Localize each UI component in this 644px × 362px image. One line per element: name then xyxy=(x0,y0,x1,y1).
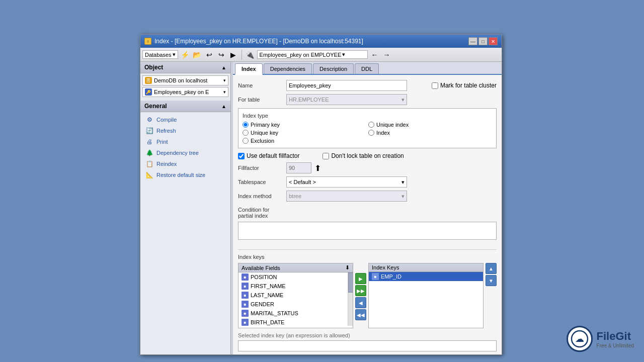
radio-exclusion-label: Exclusion xyxy=(251,138,274,144)
fillfactor-input[interactable] xyxy=(286,162,311,173)
dont-lock-checkbox[interactable] xyxy=(323,153,329,159)
print-label: Print xyxy=(156,139,168,145)
available-fields-scrollbar[interactable] xyxy=(348,273,353,326)
remove-all-button[interactable]: ◀◀ xyxy=(355,309,366,320)
index-type-section: Index type Primary key Unique index xyxy=(238,108,497,148)
tab-dependencies[interactable]: Dependencies xyxy=(264,63,312,74)
tab-description[interactable]: Description xyxy=(313,63,354,74)
field-position-icon: ■ xyxy=(242,274,249,281)
name-row: Name Mark for table cluster xyxy=(238,80,497,91)
field-birth-date[interactable]: ■ BIRTH_DATE xyxy=(238,318,348,326)
index-key-emp-id[interactable]: ■ EMP_ID xyxy=(369,272,483,281)
field-gender[interactable]: ■ GENDER xyxy=(238,300,348,309)
toolbar-redo-icon[interactable]: ↪ xyxy=(216,50,226,60)
toolbar-forward-icon[interactable]: → xyxy=(382,50,392,60)
toolbar-back-icon[interactable]: ← xyxy=(370,50,380,60)
field-list-inner: ■ POSITION ■ FIRST_NAME ■ xyxy=(238,273,348,326)
restore-default-label: Restore default size xyxy=(156,172,205,178)
restore-default-item[interactable]: 📐 Restore default size xyxy=(142,169,228,180)
refresh-label: Refresh xyxy=(156,128,176,134)
field-gender-label: GENDER xyxy=(251,301,274,307)
maximize-button[interactable]: □ xyxy=(478,37,488,45)
fillfactor-label: Fillfactor xyxy=(238,165,283,171)
available-fields-scroll-thumb[interactable] xyxy=(348,273,353,293)
field-marital-status[interactable]: ■ MARITAL_STATUS xyxy=(238,309,348,318)
name-input[interactable] xyxy=(286,80,407,91)
window-icon: I xyxy=(144,38,151,45)
reindex-item[interactable]: 📋 Reindex xyxy=(142,158,228,169)
index-keys-panel: Index Keys ■ EMP_ID xyxy=(368,263,484,328)
filegit-logo: ☁ FileGit Free & Unlimited xyxy=(567,326,634,352)
mark-cluster-checkbox[interactable] xyxy=(432,82,438,89)
condition-input[interactable] xyxy=(238,222,497,240)
field-gender-icon: ■ xyxy=(242,301,249,308)
print-icon: 🖨 xyxy=(145,138,153,146)
field-position-label: POSITION xyxy=(251,274,277,280)
index-method-select[interactable]: btree ▾ xyxy=(286,191,407,202)
tab-ddl[interactable]: DDL xyxy=(355,63,379,74)
radio-index-label: Index xyxy=(376,130,390,136)
field-marital-status-icon: ■ xyxy=(242,310,249,317)
index-keys-layout: Available Fields ⬇ ■ POSITION xyxy=(238,263,497,328)
field-last-name[interactable]: ■ LAST_NAME xyxy=(238,291,348,300)
index-method-label: Index method xyxy=(238,193,283,199)
for-table-label: For table xyxy=(238,97,283,103)
databases-dropdown[interactable]: Databases ▾ xyxy=(142,50,178,59)
db-object-item[interactable]: 🗄 DemoDB on localhost ▾ xyxy=(142,75,228,85)
radio-exclusion-input[interactable] xyxy=(243,138,249,144)
idx-object-item[interactable]: 🔑 Employees_pkey on E ▾ xyxy=(142,87,228,97)
fillfactor-spinner-icon[interactable]: ⬆ xyxy=(314,163,321,173)
index-method-value: btree xyxy=(289,193,301,199)
toolbar-connect-icon[interactable]: 🔌 xyxy=(245,50,255,60)
name-label: Name xyxy=(238,82,283,88)
use-default-fillfactor-checkbox[interactable] xyxy=(238,153,245,159)
for-table-select[interactable]: HR.EMPLOYEE ▾ xyxy=(286,94,407,105)
mark-cluster-label: Mark for table cluster xyxy=(440,82,497,89)
toolbar-open-icon[interactable]: 📂 xyxy=(192,50,202,60)
db-dropdown-arrow-icon: ▾ xyxy=(223,78,226,83)
selected-key-input[interactable] xyxy=(238,340,497,351)
for-table-row: For table HR.EMPLOYEE ▾ xyxy=(238,94,497,105)
radio-primary-key-input[interactable] xyxy=(243,122,249,128)
remove-selected-button[interactable]: ◀ xyxy=(355,297,366,308)
main-content: Object ▲ 🗄 DemoDB on localhost ▾ 🔑 Emplo… xyxy=(140,62,502,354)
field-position[interactable]: ■ POSITION xyxy=(238,273,348,282)
add-selected-button[interactable]: ▶ xyxy=(355,273,366,284)
general-section-header[interactable]: General ▲ xyxy=(140,101,230,112)
condition-row: Condition for partial index xyxy=(238,205,497,219)
radio-primary-key-label: Primary key xyxy=(251,122,280,128)
use-default-fillfactor-group: Use default fillfactor xyxy=(238,152,299,159)
reindex-icon: 📋 xyxy=(145,160,153,168)
nav-dropdown[interactable]: Employees_pkey on EMPLOYEE ▾ xyxy=(257,50,368,59)
filegit-cloud-icon: ☁ xyxy=(571,330,589,348)
radio-index-input[interactable] xyxy=(368,130,374,136)
radio-unique-index-input[interactable] xyxy=(368,122,374,128)
minimize-button[interactable]: — xyxy=(468,37,477,45)
idx-icon: 🔑 xyxy=(145,88,152,96)
filegit-text: FileGit Free & Unlimited xyxy=(597,330,634,348)
radio-unique-key-input[interactable] xyxy=(243,130,249,136)
move-up-button[interactable]: ▲ xyxy=(486,263,497,274)
field-first-name[interactable]: ■ FIRST_NAME xyxy=(238,282,348,291)
move-down-button[interactable]: ▼ xyxy=(486,275,497,286)
dont-lock-label: Don't lock table on creation xyxy=(331,152,404,159)
add-all-button[interactable]: ▶▶ xyxy=(355,285,366,296)
print-item[interactable]: 🖨 Print xyxy=(142,136,228,147)
toolbar-separator xyxy=(242,50,242,60)
available-fields-header: Available Fields ⬇ xyxy=(238,263,353,273)
dont-lock-group: Don't lock table on creation xyxy=(323,152,404,159)
object-section-header[interactable]: Object ▲ xyxy=(140,62,230,73)
toolbar-run-icon[interactable]: ▶ xyxy=(228,50,238,60)
tablespace-value: < Default > xyxy=(289,179,316,185)
radio-grid: Primary key Unique index Unique key xyxy=(243,122,492,144)
tablespace-select[interactable]: < Default > ▾ xyxy=(286,176,407,188)
toolbar-lightning-icon[interactable]: ⚡ xyxy=(180,50,190,60)
refresh-item[interactable]: 🔄 Refresh xyxy=(142,125,228,136)
toolbar-undo-icon[interactable]: ↩ xyxy=(204,50,214,60)
tab-index[interactable]: Index xyxy=(235,63,263,75)
index-type-label: Index type xyxy=(243,113,492,119)
tablespace-label: Tablespace xyxy=(238,179,283,185)
dependency-tree-item[interactable]: 🌲 Dependency tree xyxy=(142,147,228,158)
close-button[interactable]: ✕ xyxy=(489,37,498,45)
compile-item[interactable]: ⚙ Compile xyxy=(142,114,228,125)
